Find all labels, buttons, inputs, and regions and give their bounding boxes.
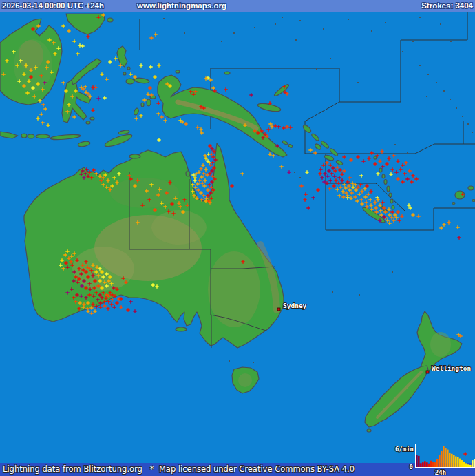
histogram-bar (463, 462, 465, 467)
histogram-bar (422, 462, 424, 467)
histogram-bar (465, 463, 467, 467)
histogram-bar (469, 465, 472, 467)
histogram-bar (457, 457, 459, 467)
histogram-rate-label: 6/min (395, 446, 414, 453)
city-label: Sydney (283, 302, 307, 309)
histogram-bar (428, 464, 430, 467)
histogram-bar (445, 448, 447, 467)
top-status-bar: 2026-03-14 00:00 UTC +24h www.lightningm… (0, 0, 475, 12)
histogram-bar (418, 456, 420, 467)
city-marker (426, 371, 429, 373)
city-label: Wellington (432, 364, 471, 372)
strokes-counter: Strokes: 3404 (421, 0, 473, 12)
histogram-time-label: 24h (435, 469, 446, 476)
histogram-bar (426, 462, 428, 467)
histogram-bar (434, 462, 436, 467)
histogram-bar (447, 450, 449, 467)
histogram-bar (449, 453, 451, 467)
histogram-bar (461, 460, 463, 467)
histogram-bar (416, 455, 418, 467)
histogram-bar (472, 460, 474, 467)
histogram-bar (453, 455, 455, 467)
histogram-bar (451, 454, 453, 467)
map-timestamp: 2026-03-14 00:00 UTC +24h (2, 0, 104, 12)
site-title-link[interactable]: www.lightningmaps.org (137, 0, 226, 12)
city-marker (277, 308, 280, 311)
histogram-bar (430, 461, 432, 467)
lightningmaps-page: { "header": { "timestamp": "2026-03-14 0… (0, 0, 475, 476)
histogram-bar (432, 462, 434, 467)
histogram-bar (439, 455, 441, 467)
lightning-map[interactable]: SydneyWellington6/min024h (0, 0, 475, 476)
histogram-bar (455, 457, 457, 468)
histogram-bar (420, 463, 422, 467)
histogram-bar (459, 459, 461, 467)
histogram-bar (467, 464, 469, 467)
histogram-bar (443, 446, 445, 467)
histogram-bar (436, 459, 439, 467)
histogram-bar (424, 461, 426, 467)
histogram-bar (441, 451, 443, 467)
histogram-zero-label: 0 (410, 464, 413, 470)
